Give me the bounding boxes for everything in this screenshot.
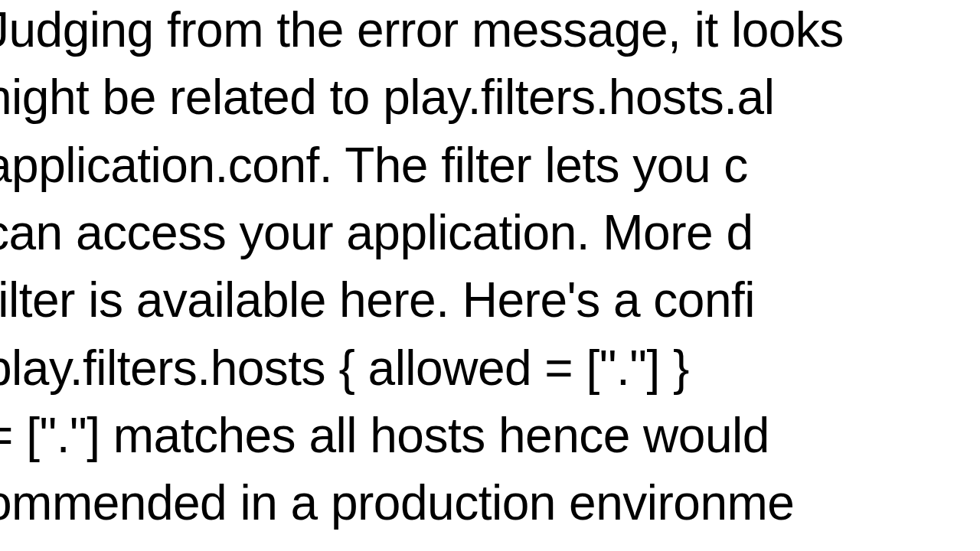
text-line: night be related to play.filters.hosts.a…	[0, 64, 980, 131]
text-line: filter is available here. Here's a confi	[0, 266, 980, 334]
document-text-block: Judging from the error message, it looks…	[0, 0, 980, 537]
text-line: ommended in a production environme	[0, 469, 980, 536]
text-line: can access your application. More d	[0, 199, 980, 266]
text-line: Judging from the error message, it looks	[0, 0, 980, 64]
text-line: = ["."] matches all hosts hence would	[0, 402, 980, 469]
text-line: application.conf. The filter lets you c	[0, 132, 980, 199]
text-line: play.filters.hosts { allowed = ["."] }	[0, 334, 980, 402]
